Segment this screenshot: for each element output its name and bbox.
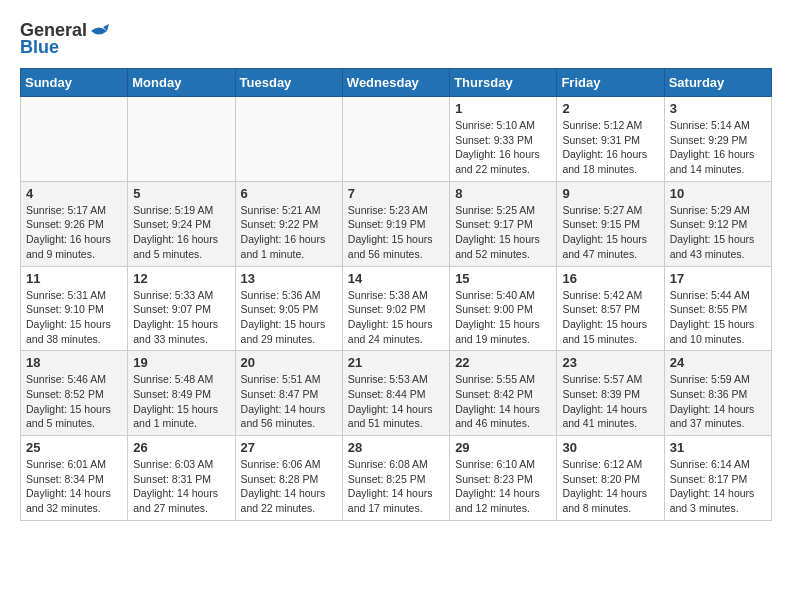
calendar-cell xyxy=(342,97,449,182)
day-number: 19 xyxy=(133,355,229,370)
calendar-table: SundayMondayTuesdayWednesdayThursdayFrid… xyxy=(20,68,772,521)
day-number: 17 xyxy=(670,271,766,286)
day-number: 9 xyxy=(562,186,658,201)
page-header: General Blue xyxy=(20,20,772,58)
day-info: Sunrise: 6:08 AM Sunset: 8:25 PM Dayligh… xyxy=(348,457,444,516)
logo: General Blue xyxy=(20,20,109,58)
calendar-cell: 9Sunrise: 5:27 AM Sunset: 9:15 PM Daylig… xyxy=(557,181,664,266)
calendar-cell: 29Sunrise: 6:10 AM Sunset: 8:23 PM Dayli… xyxy=(450,436,557,521)
calendar-cell: 16Sunrise: 5:42 AM Sunset: 8:57 PM Dayli… xyxy=(557,266,664,351)
day-info: Sunrise: 5:44 AM Sunset: 8:55 PM Dayligh… xyxy=(670,288,766,347)
weekday-header-thursday: Thursday xyxy=(450,69,557,97)
day-number: 13 xyxy=(241,271,337,286)
day-info: Sunrise: 5:12 AM Sunset: 9:31 PM Dayligh… xyxy=(562,118,658,177)
day-info: Sunrise: 5:53 AM Sunset: 8:44 PM Dayligh… xyxy=(348,372,444,431)
calendar-cell: 14Sunrise: 5:38 AM Sunset: 9:02 PM Dayli… xyxy=(342,266,449,351)
calendar-cell: 19Sunrise: 5:48 AM Sunset: 8:49 PM Dayli… xyxy=(128,351,235,436)
day-info: Sunrise: 5:31 AM Sunset: 9:10 PM Dayligh… xyxy=(26,288,122,347)
day-info: Sunrise: 5:27 AM Sunset: 9:15 PM Dayligh… xyxy=(562,203,658,262)
calendar-cell: 8Sunrise: 5:25 AM Sunset: 9:17 PM Daylig… xyxy=(450,181,557,266)
calendar-cell: 1Sunrise: 5:10 AM Sunset: 9:33 PM Daylig… xyxy=(450,97,557,182)
calendar-cell: 7Sunrise: 5:23 AM Sunset: 9:19 PM Daylig… xyxy=(342,181,449,266)
calendar-cell xyxy=(235,97,342,182)
calendar-cell: 12Sunrise: 5:33 AM Sunset: 9:07 PM Dayli… xyxy=(128,266,235,351)
calendar-cell: 5Sunrise: 5:19 AM Sunset: 9:24 PM Daylig… xyxy=(128,181,235,266)
day-info: Sunrise: 6:12 AM Sunset: 8:20 PM Dayligh… xyxy=(562,457,658,516)
calendar-cell: 23Sunrise: 5:57 AM Sunset: 8:39 PM Dayli… xyxy=(557,351,664,436)
day-number: 2 xyxy=(562,101,658,116)
day-number: 24 xyxy=(670,355,766,370)
day-number: 15 xyxy=(455,271,551,286)
day-number: 6 xyxy=(241,186,337,201)
day-number: 8 xyxy=(455,186,551,201)
calendar-cell: 3Sunrise: 5:14 AM Sunset: 9:29 PM Daylig… xyxy=(664,97,771,182)
logo-container: General Blue xyxy=(20,20,109,58)
day-number: 16 xyxy=(562,271,658,286)
day-number: 1 xyxy=(455,101,551,116)
logo-swoosh-icon xyxy=(89,21,109,41)
day-info: Sunrise: 5:29 AM Sunset: 9:12 PM Dayligh… xyxy=(670,203,766,262)
calendar-cell: 18Sunrise: 5:46 AM Sunset: 8:52 PM Dayli… xyxy=(21,351,128,436)
calendar-cell: 30Sunrise: 6:12 AM Sunset: 8:20 PM Dayli… xyxy=(557,436,664,521)
day-number: 21 xyxy=(348,355,444,370)
weekday-header-friday: Friday xyxy=(557,69,664,97)
day-number: 11 xyxy=(26,271,122,286)
day-info: Sunrise: 5:23 AM Sunset: 9:19 PM Dayligh… xyxy=(348,203,444,262)
day-info: Sunrise: 5:14 AM Sunset: 9:29 PM Dayligh… xyxy=(670,118,766,177)
weekday-header-saturday: Saturday xyxy=(664,69,771,97)
calendar-cell: 21Sunrise: 5:53 AM Sunset: 8:44 PM Dayli… xyxy=(342,351,449,436)
logo-text-blue: Blue xyxy=(20,37,59,58)
day-number: 30 xyxy=(562,440,658,455)
day-info: Sunrise: 5:17 AM Sunset: 9:26 PM Dayligh… xyxy=(26,203,122,262)
calendar-cell: 6Sunrise: 5:21 AM Sunset: 9:22 PM Daylig… xyxy=(235,181,342,266)
calendar-cell: 26Sunrise: 6:03 AM Sunset: 8:31 PM Dayli… xyxy=(128,436,235,521)
calendar-cell xyxy=(128,97,235,182)
calendar-cell: 15Sunrise: 5:40 AM Sunset: 9:00 PM Dayli… xyxy=(450,266,557,351)
calendar-cell: 31Sunrise: 6:14 AM Sunset: 8:17 PM Dayli… xyxy=(664,436,771,521)
day-info: Sunrise: 5:38 AM Sunset: 9:02 PM Dayligh… xyxy=(348,288,444,347)
day-number: 28 xyxy=(348,440,444,455)
day-info: Sunrise: 5:10 AM Sunset: 9:33 PM Dayligh… xyxy=(455,118,551,177)
day-number: 4 xyxy=(26,186,122,201)
day-info: Sunrise: 5:51 AM Sunset: 8:47 PM Dayligh… xyxy=(241,372,337,431)
calendar-cell: 10Sunrise: 5:29 AM Sunset: 9:12 PM Dayli… xyxy=(664,181,771,266)
weekday-header-monday: Monday xyxy=(128,69,235,97)
week-row-2: 4Sunrise: 5:17 AM Sunset: 9:26 PM Daylig… xyxy=(21,181,772,266)
day-info: Sunrise: 5:48 AM Sunset: 8:49 PM Dayligh… xyxy=(133,372,229,431)
calendar-cell: 27Sunrise: 6:06 AM Sunset: 8:28 PM Dayli… xyxy=(235,436,342,521)
week-row-4: 18Sunrise: 5:46 AM Sunset: 8:52 PM Dayli… xyxy=(21,351,772,436)
calendar-cell: 20Sunrise: 5:51 AM Sunset: 8:47 PM Dayli… xyxy=(235,351,342,436)
day-number: 23 xyxy=(562,355,658,370)
day-info: Sunrise: 5:55 AM Sunset: 8:42 PM Dayligh… xyxy=(455,372,551,431)
day-info: Sunrise: 6:14 AM Sunset: 8:17 PM Dayligh… xyxy=(670,457,766,516)
weekday-header-sunday: Sunday xyxy=(21,69,128,97)
day-number: 29 xyxy=(455,440,551,455)
day-number: 22 xyxy=(455,355,551,370)
weekday-header-row: SundayMondayTuesdayWednesdayThursdayFrid… xyxy=(21,69,772,97)
day-number: 18 xyxy=(26,355,122,370)
calendar-cell: 4Sunrise: 5:17 AM Sunset: 9:26 PM Daylig… xyxy=(21,181,128,266)
day-number: 31 xyxy=(670,440,766,455)
day-info: Sunrise: 6:10 AM Sunset: 8:23 PM Dayligh… xyxy=(455,457,551,516)
weekday-header-tuesday: Tuesday xyxy=(235,69,342,97)
day-info: Sunrise: 5:42 AM Sunset: 8:57 PM Dayligh… xyxy=(562,288,658,347)
calendar-cell: 11Sunrise: 5:31 AM Sunset: 9:10 PM Dayli… xyxy=(21,266,128,351)
day-info: Sunrise: 6:06 AM Sunset: 8:28 PM Dayligh… xyxy=(241,457,337,516)
calendar-cell: 24Sunrise: 5:59 AM Sunset: 8:36 PM Dayli… xyxy=(664,351,771,436)
week-row-5: 25Sunrise: 6:01 AM Sunset: 8:34 PM Dayli… xyxy=(21,436,772,521)
day-number: 5 xyxy=(133,186,229,201)
day-number: 20 xyxy=(241,355,337,370)
weekday-header-wednesday: Wednesday xyxy=(342,69,449,97)
day-number: 26 xyxy=(133,440,229,455)
day-info: Sunrise: 6:03 AM Sunset: 8:31 PM Dayligh… xyxy=(133,457,229,516)
day-number: 7 xyxy=(348,186,444,201)
day-number: 14 xyxy=(348,271,444,286)
calendar-cell: 2Sunrise: 5:12 AM Sunset: 9:31 PM Daylig… xyxy=(557,97,664,182)
day-info: Sunrise: 6:01 AM Sunset: 8:34 PM Dayligh… xyxy=(26,457,122,516)
day-info: Sunrise: 5:21 AM Sunset: 9:22 PM Dayligh… xyxy=(241,203,337,262)
calendar-cell: 13Sunrise: 5:36 AM Sunset: 9:05 PM Dayli… xyxy=(235,266,342,351)
day-info: Sunrise: 5:57 AM Sunset: 8:39 PM Dayligh… xyxy=(562,372,658,431)
calendar-cell: 17Sunrise: 5:44 AM Sunset: 8:55 PM Dayli… xyxy=(664,266,771,351)
day-info: Sunrise: 5:46 AM Sunset: 8:52 PM Dayligh… xyxy=(26,372,122,431)
week-row-1: 1Sunrise: 5:10 AM Sunset: 9:33 PM Daylig… xyxy=(21,97,772,182)
